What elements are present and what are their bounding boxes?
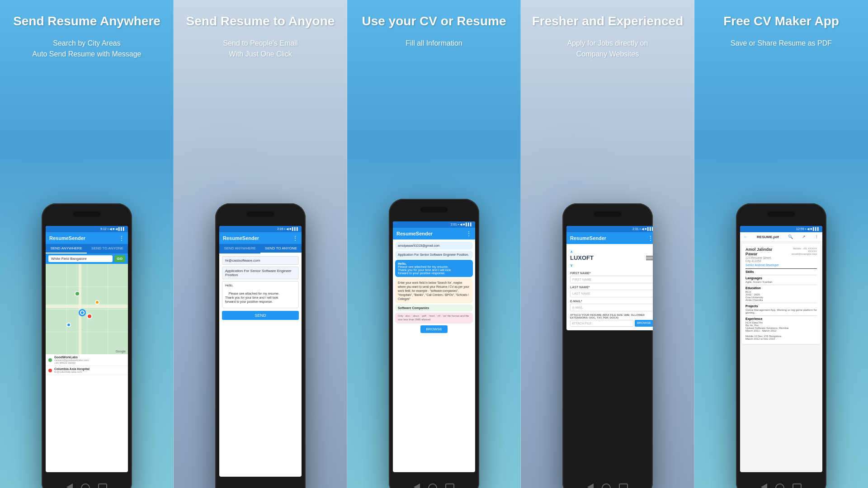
last-name-input[interactable]: LAST NAME (570, 290, 653, 297)
recent-button-3[interactable] (445, 483, 454, 488)
more-pdf-icon[interactable]: ⋮ (815, 235, 819, 239)
search-pdf-icon[interactable]: 🔍 (788, 235, 793, 239)
panel-send-anywhere: Send Resume Anywhere Search by City Area… (0, 0, 174, 488)
menu-icon: ⋮ (119, 235, 124, 241)
phone-screen-2: 2:26 ▪ ◀ ■ ▌▌▌ ResumeSender ⋮ SEND ANYWH… (219, 226, 302, 477)
app-header-2: ResumeSender ⋮ (219, 232, 302, 244)
pdf-person-name: Amol Jalindar Pawar (745, 247, 784, 256)
company-item-1: GoodWorkLabs careers@goodworklabs.com +9… (46, 354, 128, 366)
panel-2-subtitle: Send to People's Email With Just One Cli… (214, 33, 307, 64)
back-arrow-icon[interactable]: ← (744, 235, 748, 239)
panel-4-subtitle: Apply for Jobs directly on Company Websi… (558, 33, 657, 64)
back-button-4[interactable] (587, 483, 594, 488)
pdf-education-section: Education BCA 2002 - 2005 Goa University… (745, 285, 817, 301)
pdf-education-content: BCA 2002 - 2005 Goa University Amla Chan… (745, 291, 817, 301)
phone-notch (73, 211, 100, 217)
browse-button-3[interactable]: BROWSE (420, 325, 448, 333)
tab-anyone-2[interactable]: SEND TO ANYONE (260, 244, 302, 253)
tab-send-to-anyone[interactable]: SEND TO ANYONE (87, 244, 128, 253)
send-email-button[interactable]: SEND (222, 311, 299, 320)
panel-fresher-experienced: Fresher and Experienced Apply for Jobs d… (521, 0, 694, 488)
app-tabs: SEND ANYWHERE SEND TO ANYONE (46, 244, 128, 253)
pdf-contact-section: Mobile: +91 XXXXX XXXXX email@example.co… (784, 247, 817, 255)
map-view: Google (46, 264, 128, 354)
status-bar-5: 12:59 ▪ ◀ ■ ▌▌▌ (740, 226, 822, 232)
app-tabs-2: SEND ANYWHERE SEND TO ANYONE (219, 244, 302, 253)
tab-anywhere-2[interactable]: SEND ANYWHERE (219, 244, 260, 253)
app-title-2: ResumeSender (223, 235, 259, 241)
go-button[interactable]: GO (114, 255, 125, 262)
pdf-experience-content: HCN Data Pro Biz 4x, Pro Upload Software… (745, 321, 817, 340)
email-body-field[interactable]: Hello, Please see attached for my resume… (222, 281, 299, 308)
panel-2-title: Send Resume to Anyone (179, 0, 342, 33)
panel-4-title: Fresher and Experienced (525, 0, 690, 33)
cv-content: amolpawar91019@gmail.com Application For… (393, 239, 475, 337)
phone-screen-1: 9:12 ▪ ◀ ■ ◀ ▌▌▌ ResumeSender ⋮ SEND ANY… (46, 226, 128, 472)
company-dot-1 (48, 358, 52, 362)
panel-cv-maker: Free CV Maker App Save or Share Resume a… (694, 0, 868, 488)
recent-button-4[interactable] (619, 483, 628, 488)
app-title-4: ResumeSender (570, 235, 606, 241)
pdf-languages-section: Languages Agile, Scrum / Kanban (745, 275, 817, 283)
note-bubble: Only '.doc', '.docx', '.pdf', '.html', '… (395, 313, 473, 324)
map-pin-1 (75, 291, 80, 296)
back-button-3[interactable] (414, 483, 420, 488)
email-input[interactable]: E-MAIL (570, 304, 653, 311)
category-bubble: Software Companies (395, 305, 473, 311)
bottom-navigation-5 (761, 483, 802, 488)
home-button-4[interactable] (602, 483, 611, 488)
panel-3-subtitle: Fill all Information (396, 33, 471, 53)
status-bar-2: 2:26 ▪ ◀ ■ ▌▌▌ (219, 226, 302, 232)
pdf-header-row: Amol Jalindar Pawar 123 Resume Street,Ci… (745, 247, 817, 267)
pdf-role: Senior Android Developer (745, 263, 784, 267)
pdf-experience-section: Experience HCN Data Pro Biz 4x, Pro Uplo… (745, 315, 817, 340)
current-location-pin (79, 309, 86, 316)
pdf-address: 123 Resume Street,City 411053 (745, 256, 784, 263)
panel-1-subtitle: Search by City Areas Auto Send Resume wi… (23, 33, 150, 64)
phone-mockup-2: 2:26 ▪ ◀ ■ ▌▌▌ ResumeSender ⋮ SEND ANYWH… (215, 203, 306, 488)
company-info-2: Columbia Asia Hospital hr@columbia-asia.… (54, 367, 90, 373)
panel-1-title: Send Resume Anywhere (6, 0, 167, 33)
pdf-experience-title: Experience (745, 317, 817, 320)
to-email-field[interactable]: hr@castsoftware.com (222, 256, 299, 265)
browse-button-4[interactable]: BROWSE (635, 320, 653, 327)
recent-button[interactable] (98, 483, 107, 488)
phone-screen-4: 2:31 ▪ ◀ ■ ▌▌▌ ResumeSender ⋮ ∧ LUXOFT ∨ (566, 226, 653, 330)
subject-field[interactable]: Application For Senior Software Engineer… (222, 267, 299, 279)
hamburger-icon (646, 256, 653, 260)
app-title: ResumeSender (49, 235, 85, 241)
company-item-2: Columbia Asia Hospital hr@columbia-asia.… (46, 366, 128, 375)
back-button-5[interactable] (761, 483, 767, 488)
menu-icon-3: ⋮ (466, 230, 472, 237)
bottom-navigation (66, 483, 107, 488)
luxoft-logo: ∧ LUXOFT ∨ (570, 248, 594, 268)
tab-send-anywhere[interactable]: SEND ANYWHERE (46, 244, 87, 253)
status-bar: 9:12 ▪ ◀ ■ ◀ ▌▌▌ (46, 226, 128, 232)
phone-mockup-4: 2:31 ▪ ◀ ■ ▌▌▌ ResumeSender ⋮ ∧ LUXOFT ∨ (562, 203, 653, 488)
panel-5-subtitle: Save or Share Resume as PDF (722, 33, 841, 53)
email-form: hr@castsoftware.com Application For Seni… (219, 253, 302, 323)
attach-file-input[interactable]: ATTACH FILE (570, 320, 633, 327)
home-button[interactable] (81, 483, 90, 488)
first-name-input[interactable]: FIRST NAME (570, 276, 653, 283)
home-button-3[interactable] (428, 483, 437, 488)
recent-button-5[interactable] (793, 483, 802, 488)
back-button[interactable] (66, 483, 73, 488)
pdf-filename: RESUME.pdf (757, 235, 779, 239)
panel-3-title: Use your CV or Resume (355, 0, 513, 33)
company-info-1: GoodWorkLabs careers@goodworklabs.com +9… (54, 356, 89, 364)
map-grid-v1 (66, 264, 67, 354)
phone-screen-5: 12:59 ▪ ◀ ■ ▌▌▌ ← RESUME.pdf 🔍 ↗ ⋮ Amol … (740, 226, 822, 472)
email-bubble: amolpawar91019@gmail.com (395, 242, 473, 249)
map-road-h (46, 305, 128, 308)
pdf-projects-content: Global Management App, Working on big ga… (745, 309, 817, 314)
status-bar-3: 2:01 ▪ ◀ ■ ▌▌▌ (393, 221, 475, 228)
google-label: Google (115, 350, 126, 353)
location-input[interactable]: White Field Bangalore (48, 255, 113, 262)
pdf-education-title: Education (745, 286, 817, 290)
first-name-label: FIRST NAME* (570, 272, 653, 275)
home-button-5[interactable] (775, 483, 784, 488)
panel-5-title: Free CV Maker App (717, 0, 846, 33)
share-pdf-icon[interactable]: ↗ (802, 235, 806, 239)
bottom-navigation-3 (414, 483, 454, 488)
